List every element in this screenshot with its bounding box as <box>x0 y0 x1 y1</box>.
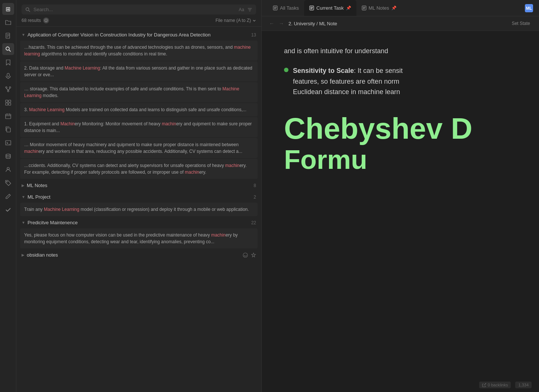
tag-icon[interactable] <box>2 177 14 189</box>
breadcrumb-prefix[interactable]: 2. University <box>288 21 315 26</box>
blocks-icon[interactable] <box>2 97 14 109</box>
search-input-wrapper[interactable]: Aa <box>22 4 256 15</box>
tab-current-task[interactable]: Current Task 📌 <box>304 0 356 16</box>
all-tasks-icon <box>273 6 278 10</box>
svg-point-21 <box>6 181 7 182</box>
result-group-ml-project-label: ML Project <box>28 194 51 200</box>
user-avatar[interactable]: ML <box>525 4 533 12</box>
list-item[interactable]: Train any Machine Learning model (classi… <box>20 203 258 216</box>
sort-control[interactable]: File name (A to Z) <box>216 18 256 23</box>
results-count-text: 68 results <box>22 18 41 23</box>
result-group-cv-header[interactable]: ▼ Application of Computer Vision in Cons… <box>20 30 258 40</box>
mic-icon[interactable] <box>2 70 14 82</box>
result-group-ml-project-items: Train any Machine Learning model (classi… <box>20 203 258 216</box>
tab-all-tasks-label: All Tasks <box>280 5 299 11</box>
bullet-dot <box>284 68 288 72</box>
result-group-ml-project-title: ▼ ML Project <box>22 194 51 200</box>
obsidian-icon1 <box>243 253 248 258</box>
result-group-predictive-title: ▼ Predicitve Maintenence <box>22 220 78 225</box>
chevron-right-icon: ▶ <box>22 183 25 187</box>
svg-rect-17 <box>7 128 10 132</box>
svg-point-22 <box>26 7 29 10</box>
breadcrumb-current: ML Note <box>319 21 337 26</box>
list-item[interactable]: 1. Equipment and Machinery Monitoring: M… <box>20 117 258 137</box>
list-item[interactable]: …ccidents. Additionally, CV systems can … <box>20 159 258 179</box>
list-item[interactable]: … storaage. This data labeled to include… <box>20 82 258 102</box>
calendar-icon[interactable] <box>2 110 14 122</box>
big-subheading-formula: Formu <box>284 145 517 174</box>
bookmark-icon[interactable] <box>2 57 14 68</box>
result-group-cv-items: …hazards. This can be achieved through t… <box>20 41 258 179</box>
check-icon[interactable] <box>2 204 14 216</box>
tab-ml-notes[interactable]: ML Notes 📌 <box>356 0 402 16</box>
file-icon[interactable] <box>2 30 14 42</box>
search-icon[interactable] <box>2 43 14 55</box>
result-group-obsidian-title: ▶ obsidian notes <box>22 252 58 258</box>
folder-icon[interactable] <box>2 16 14 28</box>
list-item[interactable]: Yes, please focus on how computer vision… <box>20 228 258 248</box>
person-icon[interactable] <box>2 164 14 176</box>
back-button[interactable]: ← <box>268 20 276 27</box>
results-badge <box>43 17 49 23</box>
backlinks-count: 0 backlinks <box>488 383 508 387</box>
list-item[interactable]: …hazards. This can be achieved through t… <box>20 41 258 61</box>
note-bullet-text: Sensitivity to Scale: It can be sensit f… <box>293 65 403 97</box>
result-group-predictive-items: Yes, please focus on how computer vision… <box>20 228 258 248</box>
svg-line-2 <box>9 50 11 52</box>
word-count-value: 1,334 <box>518 383 529 387</box>
result-group-ml-notes-header[interactable]: ▶ ML Notes 8 <box>20 180 258 190</box>
left-sidebar: ⊞ <box>0 0 16 392</box>
result-group-cv-label: Application of Computer Vision in Constr… <box>28 32 211 38</box>
aa-toggle[interactable]: Aa <box>239 7 244 12</box>
search-header: Aa 68 results File name (A to Z) <box>16 0 261 27</box>
result-group-ml-project-header[interactable]: ▼ ML Project 2 <box>20 192 258 202</box>
note-content: and is often intuitive for understand Se… <box>262 31 539 392</box>
result-group-cv-count: 13 <box>251 32 256 38</box>
list-item[interactable]: … Monitor movement of heavy machinery an… <box>20 138 258 158</box>
result-group-predictive-header[interactable]: ▼ Predicitve Maintenence 22 <box>20 218 258 228</box>
sort-label: File name (A to Z) <box>216 18 251 23</box>
result-group-obsidian: ▶ obsidian notes <box>20 250 258 260</box>
result-group-ml-notes-label: ML Notes <box>27 183 47 188</box>
chevron-down-icon-3: ▼ <box>22 221 25 225</box>
pin-icon-ml-notes: 📌 <box>391 6 397 10</box>
backlinks-badge[interactable]: 0 backlinks <box>479 382 511 388</box>
ml-notes-tab-icon <box>362 6 367 10</box>
grid-icon[interactable]: ⊞ <box>2 3 14 15</box>
svg-line-23 <box>29 10 30 12</box>
branch-icon[interactable] <box>2 83 14 95</box>
list-item[interactable]: 3. Machine Learning Models are trained o… <box>20 103 258 116</box>
main-content: All Tasks Current Task 📌 ML Notes 📌 ML ←… <box>262 0 539 392</box>
edit-icon[interactable] <box>2 190 14 202</box>
svg-rect-10 <box>9 100 11 102</box>
pin-icon-current-task: 📌 <box>346 6 351 10</box>
note-bullet-sensitivity: Sensitivity to Scale: It can be sensit f… <box>284 65 517 97</box>
result-group-predictive-count: 22 <box>251 220 256 225</box>
svg-point-1 <box>6 47 9 50</box>
svg-rect-9 <box>6 100 8 102</box>
note-paragraph-1: and is often intuitive for understand <box>284 46 517 57</box>
database-icon[interactable] <box>2 150 14 162</box>
set-state-button[interactable]: Set State <box>509 19 533 28</box>
svg-rect-11 <box>6 103 8 105</box>
search-input[interactable] <box>33 7 236 12</box>
terminal-icon[interactable] <box>2 137 14 149</box>
result-group-ml-notes-count: 8 <box>254 183 256 188</box>
tab-ml-notes-label: ML Notes <box>369 5 389 11</box>
bullet-line3: Euclidean distance in machine learn <box>293 88 400 96</box>
forward-button[interactable]: → <box>277 20 285 27</box>
breadcrumb-path: 2. University / ML Note <box>288 21 337 26</box>
list-item[interactable]: 2. Data storage and Machine Learning: Al… <box>20 61 258 81</box>
tab-all-tasks[interactable]: All Tasks <box>268 0 304 16</box>
breadcrumb-nav: ← → 2. University / ML Note <box>268 20 337 27</box>
top-nav: All Tasks Current Task 📌 ML Notes 📌 ML <box>262 0 539 16</box>
filter-icon[interactable] <box>247 7 252 12</box>
result-group-obsidian-header[interactable]: ▶ obsidian notes <box>20 250 258 260</box>
copy-icon[interactable] <box>2 123 14 135</box>
svg-line-8 <box>8 88 10 90</box>
backlinks-icon <box>482 383 486 387</box>
svg-rect-3 <box>7 73 9 77</box>
result-group-predictive-label: Predicitve Maintenence <box>28 220 78 225</box>
bullet-bold-label: Sensitivity to Scale <box>293 67 354 74</box>
result-group-ml-notes-title: ▶ ML Notes <box>22 183 47 188</box>
